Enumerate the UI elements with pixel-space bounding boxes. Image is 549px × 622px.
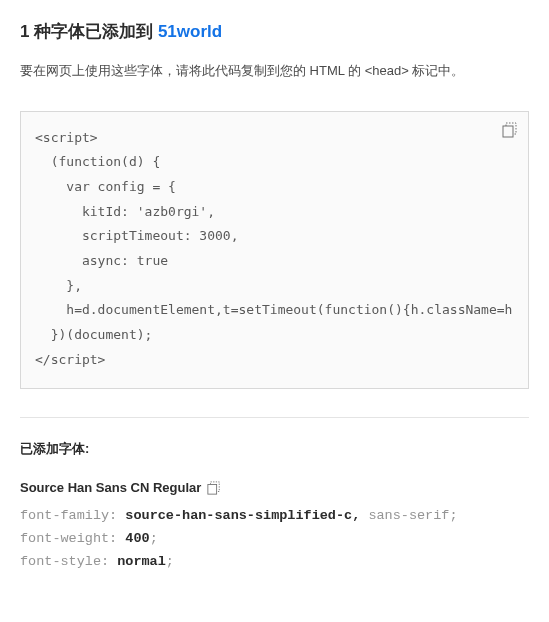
css-line-style: font-style: normal; bbox=[20, 551, 529, 574]
css-declarations: font-family: source-han-sans-simplified-… bbox=[20, 505, 529, 574]
added-fonts-label: 已添加字体: bbox=[20, 440, 529, 458]
title-prefix: 1 种字体已添加到 bbox=[20, 22, 158, 41]
added-font-name: Source Han Sans CN Regular bbox=[20, 480, 201, 495]
svg-rect-3 bbox=[208, 484, 217, 494]
css-line-weight: font-weight: 400; bbox=[20, 528, 529, 551]
copy-code-icon[interactable] bbox=[502, 122, 518, 138]
copy-css-icon[interactable] bbox=[207, 481, 221, 495]
embed-code[interactable]: <script> (function(d) { var config = { k… bbox=[35, 126, 514, 379]
project-link[interactable]: 51world bbox=[158, 22, 222, 41]
added-font-row: Source Han Sans CN Regular bbox=[20, 480, 529, 495]
instruction-text: 要在网页上使用这些字体，请将此代码复制到您的 HTML 的 <head> 标记中… bbox=[20, 61, 529, 81]
svg-rect-1 bbox=[503, 126, 513, 137]
css-line-family: font-family: source-han-sans-simplified-… bbox=[20, 505, 529, 528]
embed-code-box: <script> (function(d) { var config = { k… bbox=[20, 111, 529, 390]
page-title: 1 种字体已添加到 51world bbox=[20, 20, 529, 43]
divider bbox=[20, 417, 529, 418]
